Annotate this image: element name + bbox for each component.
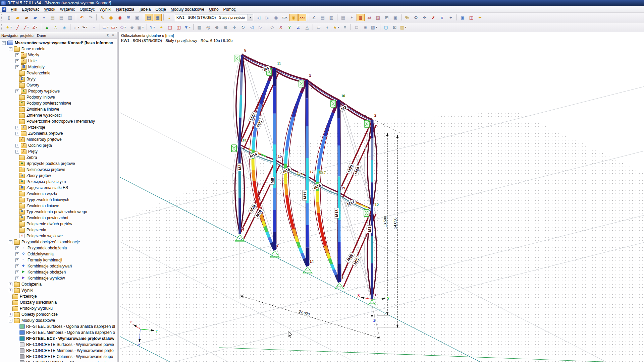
print-margins-button[interactable]: ⊡ bbox=[391, 23, 399, 31]
result-grid-button[interactable]: ⊞ bbox=[383, 14, 391, 21]
dimension-tool-button[interactable]: ↔▼ bbox=[72, 23, 80, 31]
fe-mesh-settings-button[interactable]: ✶ bbox=[348, 14, 356, 21]
menu-tabela[interactable]: Tabela bbox=[137, 6, 153, 12]
tree-item-przekroje[interactable]: Przekroje bbox=[0, 293, 117, 299]
tree-item-rf-concrete-members-wymiarowan[interactable]: RF-CONCRETE Members - Wymiarowanie pręto bbox=[0, 348, 117, 354]
menu-obliczy[interactable]: Obliczyć bbox=[77, 6, 97, 12]
tree-item-dane-modelu[interactable]: −Dane modelu bbox=[0, 46, 117, 52]
tree-item-zwolnienia-w-z-a[interactable]: Zwolnienia węzła bbox=[0, 191, 117, 197]
menu-pomoc[interactable]: Pomoc bbox=[221, 6, 238, 12]
tree-item-rf-concrete-surfaces-wymiarowa[interactable]: RF-CONCRETE Surfaces - Wymiarowanie powi… bbox=[0, 342, 117, 348]
mass-print-button[interactable]: ▥ bbox=[327, 14, 335, 21]
new-panel-button[interactable]: ▣ bbox=[459, 14, 467, 21]
calculate-button[interactable]: ▩ bbox=[357, 14, 365, 21]
perspective-view-button[interactable]: △ bbox=[303, 23, 311, 31]
phi-tool-button[interactable]: Φ bbox=[412, 14, 420, 21]
undo-button[interactable]: ↶ bbox=[78, 14, 86, 21]
tree-expander-icon[interactable]: + bbox=[15, 53, 19, 57]
tree-item-modu-y-dodatkowe[interactable]: −Moduły dodatkowe bbox=[0, 317, 117, 323]
tree-item-oddzia-ywania[interactable]: +◇Oddziaływania bbox=[0, 251, 117, 257]
tree-expander-icon[interactable]: + bbox=[9, 289, 12, 292]
tree-item-rf-steel-ec3-wymiarowanie-pr-t[interactable]: RF-STEEL EC3 - Wymiarowanie prętów stalo… bbox=[0, 336, 117, 342]
snap-percent-button[interactable]: % bbox=[403, 14, 411, 21]
connect-members-button[interactable]: Y▼ bbox=[149, 23, 157, 31]
tree-item-w-z-y[interactable]: +•Węzły bbox=[0, 52, 117, 58]
next-loadcase-button[interactable]: ▷ bbox=[263, 14, 271, 21]
tree-item-mimo-rody-pr-towe[interactable]: ╱Mimośrody prętowe bbox=[0, 136, 117, 142]
tree-item-mszczon-w-szczyt-wycena-konrad[interactable]: −Mszczonów-szczyt-wycena-Konrad* [baza i… bbox=[0, 40, 117, 46]
tree-item-spr-yste-pod-o-a-pr-towe[interactable]: wSprężyste podłoża prętowe bbox=[0, 161, 117, 167]
tree-expander-icon[interactable]: + bbox=[15, 126, 19, 129]
tree-item-protoko-y-wydruku[interactable]: Protokoły wydruku bbox=[0, 305, 117, 311]
edit-render-button[interactable]: ✎ bbox=[98, 14, 106, 21]
tree-item-obci-enia[interactable]: +Obciążenia bbox=[0, 281, 117, 287]
clipboard-button[interactable]: ▤ bbox=[49, 14, 57, 21]
tree-item--ebra[interactable]: Żebra bbox=[0, 155, 117, 161]
loadcase-jump-button[interactable]: ⇣ bbox=[165, 14, 173, 21]
tree-item-wyniki[interactable]: +Wyniki bbox=[0, 287, 117, 293]
display-properties-button[interactable]: ≡ bbox=[341, 23, 349, 31]
tree-item-typ-zwolnienia-powierzchnioweg[interactable]: ≋Typ zwolnienia powierzchniowego bbox=[0, 209, 117, 215]
user-views-button[interactable]: ★▼ bbox=[332, 23, 340, 31]
tree-item-kombinacje-obci-e-[interactable]: +▶Kombinacje obciążeń bbox=[0, 269, 117, 275]
tree-item-zmienne-wysoko-ci[interactable]: Zmienne wysokości bbox=[0, 112, 117, 118]
view-z-button[interactable]: Z bbox=[294, 23, 302, 31]
tree-expander-icon[interactable]: + bbox=[15, 252, 19, 256]
tree-expander-icon[interactable]: − bbox=[9, 319, 12, 322]
tree-expander-icon[interactable]: + bbox=[15, 277, 19, 280]
tree-expander-icon[interactable]: + bbox=[15, 270, 19, 274]
insert-node-button[interactable]: ✦ bbox=[157, 23, 165, 31]
show-result-values-button[interactable]: X.XX bbox=[298, 14, 306, 21]
solid-tool-button[interactable]: ◆ bbox=[128, 23, 136, 31]
tree-item-przeci-cia-p-aszczyzn[interactable]: ◈Przecięcia płaszczyzn bbox=[0, 179, 117, 185]
zoom-window-button[interactable]: ◎ bbox=[204, 23, 212, 31]
menu-okno[interactable]: Okno bbox=[207, 6, 221, 12]
tree-item-rf-concrete-columns-wymiarowan[interactable]: RF-CONCRETE Columns - Wymiarowanie słupó bbox=[0, 354, 117, 360]
save-button[interactable]: ▪ bbox=[40, 14, 48, 21]
tree-expander-icon[interactable]: + bbox=[15, 144, 19, 147]
delete-results-button[interactable]: ✗ bbox=[429, 14, 437, 21]
tree-expander-icon[interactable]: + bbox=[9, 283, 12, 286]
load-case-combo[interactable]: KW1 - SGN (STR/GEO) - Stały / przejścio▼ bbox=[175, 14, 253, 21]
print-preview-button[interactable]: ▥ bbox=[66, 14, 74, 21]
tree-item-przypadki-obci-e-i-kombinacje[interactable]: −Przypadki obciążeń i kombinacje bbox=[0, 239, 117, 245]
surface-tool-button[interactable]: ◈ bbox=[60, 23, 68, 31]
tree-item-otwory[interactable]: Otwory bbox=[0, 82, 117, 88]
render-mode-button[interactable]: ◉ bbox=[116, 14, 124, 21]
tree-item-przypadek-obci-enia[interactable]: +↓Przypadek obciążenia bbox=[0, 245, 117, 251]
dim-values-tool-button[interactable]: Xx▼ bbox=[81, 23, 89, 31]
tree-item-nieliniowo-ci-pr-towe[interactable]: iNieliniowości prętowe bbox=[0, 167, 117, 173]
tree-item-przekroje[interactable]: +IPrzekroje bbox=[0, 124, 117, 130]
menu-moduydodatkowe[interactable]: Moduły dodatkowe bbox=[168, 6, 207, 12]
menu-wstawi[interactable]: Wstawić bbox=[58, 6, 77, 12]
tree-item-kombinacje-wynik-w[interactable]: +▶Kombinacje wyników bbox=[0, 275, 117, 281]
tree-item-kombinacje-oddzia-ywa-[interactable]: +◆Kombinacje oddziaływań bbox=[0, 263, 117, 269]
tree-item-zwolnienia-pr-towe[interactable]: +Zwolnienia prętowe bbox=[0, 130, 117, 136]
menu-opcje[interactable]: Opcje bbox=[153, 6, 168, 12]
sigma-info-button[interactable]: σ bbox=[438, 14, 446, 21]
clipping-plane-button[interactable]: ▱ bbox=[315, 23, 323, 31]
frame-generator-button[interactable]: ◫ bbox=[166, 23, 174, 31]
model-canvas[interactable]: 22.00013.50014.050M4M3M20M21M14M15M16M17… bbox=[119, 32, 644, 362]
opening-tool-button[interactable]: ▭▼ bbox=[110, 23, 118, 31]
tree-item-bry-y[interactable]: ◧Bryły bbox=[0, 76, 117, 82]
transparent-mode-button[interactable]: ▨▼ bbox=[370, 23, 378, 31]
line-type-tool-button[interactable]: ╱▼ bbox=[22, 23, 31, 31]
copy-object-button[interactable]: ▣▼ bbox=[137, 23, 145, 31]
tree-expander-icon[interactable]: + bbox=[15, 132, 19, 135]
menu-edytowa[interactable]: Edytować bbox=[19, 6, 42, 12]
tree-item-linie[interactable]: +╱Linie bbox=[0, 58, 117, 64]
tree-item-zbiory-pr-t-w[interactable]: ◮Zbiory prętów bbox=[0, 173, 117, 179]
show-tables-button[interactable]: ▤ bbox=[145, 14, 153, 21]
tree-expander-icon[interactable]: + bbox=[15, 59, 19, 63]
background-color-button[interactable]: ▢ bbox=[382, 23, 390, 31]
import-block-button[interactable]: ▼▼ bbox=[183, 23, 192, 31]
view-x-button[interactable]: X bbox=[277, 23, 285, 31]
window-arrange-button[interactable]: ▣ bbox=[133, 14, 141, 21]
rect-surface-tool-button[interactable]: ▭▼ bbox=[102, 23, 110, 31]
panel-toggle-button[interactable]: ▣ bbox=[391, 14, 399, 21]
save-model-button[interactable]: ▰ bbox=[22, 14, 31, 21]
tree-expander-icon[interactable]: + bbox=[9, 313, 12, 316]
visibility-mode-button[interactable]: ◐ bbox=[323, 23, 331, 31]
tree-item-obszary-u-redniania[interactable]: Obszary uśredniania bbox=[0, 299, 117, 305]
